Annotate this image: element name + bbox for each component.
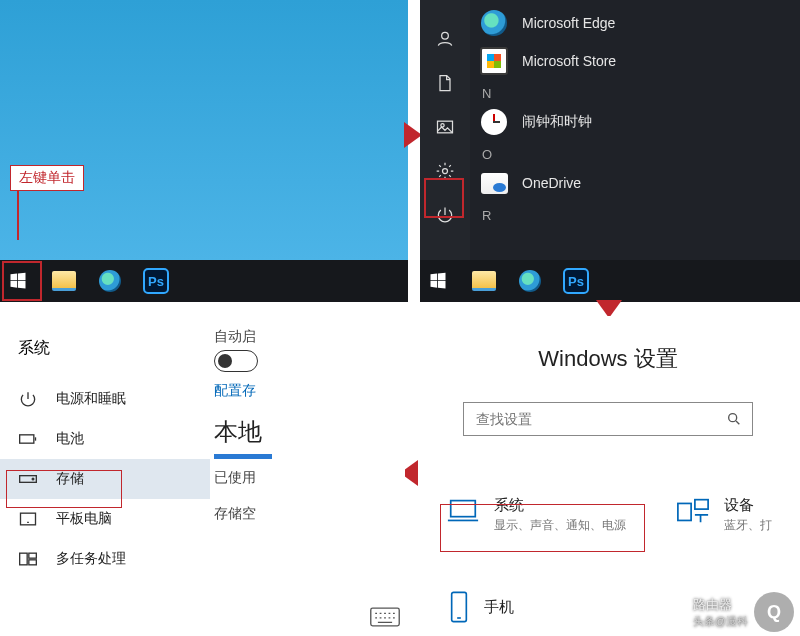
watermark-logo: Q <box>754 592 794 632</box>
watermark-author: 头条@漫科 <box>693 614 748 629</box>
svg-point-4 <box>729 414 737 422</box>
settings-item-sub: 显示、声音、通知、电源 <box>494 517 626 534</box>
sidebar-label: 电源和睡眠 <box>56 390 126 408</box>
svg-rect-7 <box>695 500 708 509</box>
start-button[interactable] <box>424 267 452 295</box>
start-menu: Microsoft Edge Microsoft Store N 闹钟和时钟 O… <box>420 0 800 260</box>
settings-item-phone[interactable]: 手机 <box>448 590 514 624</box>
keyboard-icon[interactable] <box>369 606 401 632</box>
svg-rect-14 <box>29 553 37 558</box>
settings-item-title: 系统 <box>494 496 626 515</box>
app-label: Microsoft Edge <box>522 15 615 31</box>
svg-rect-6 <box>678 503 691 520</box>
taskbar: Ps <box>420 260 800 302</box>
settings-search-input[interactable] <box>474 410 726 428</box>
storage-autostart-toggle[interactable] <box>214 350 258 372</box>
watermark: 路由器 头条@漫科 Q <box>693 592 794 632</box>
app-list-header-n: N <box>470 80 800 103</box>
settings-item-system[interactable]: 系统 显示、声音、通知、电源 <box>446 496 626 534</box>
pictures-icon[interactable] <box>434 116 456 138</box>
start-rail <box>420 0 470 260</box>
power-icon <box>18 390 38 408</box>
user-icon[interactable] <box>434 28 456 50</box>
desktop-background: 左键单击 <box>0 0 408 260</box>
sidebar-label: 电池 <box>56 430 84 448</box>
sidebar-item-power[interactable]: 电源和睡眠 <box>0 379 210 419</box>
svg-point-3 <box>443 169 448 174</box>
multitask-icon <box>18 550 38 568</box>
app-alarm-clock[interactable]: 闹钟和时钟 <box>470 103 800 141</box>
sidebar-item-multitask[interactable]: 多任务处理 <box>0 539 210 579</box>
app-edge[interactable]: Microsoft Edge <box>470 4 800 42</box>
watermark-brand: 路由器 <box>693 597 732 612</box>
photoshop-icon[interactable]: Ps <box>562 267 590 295</box>
storage-space-label: 存储空 <box>214 505 401 523</box>
documents-icon[interactable] <box>434 72 456 94</box>
app-label: 闹钟和时钟 <box>522 113 592 131</box>
sidebar-label: 平板电脑 <box>56 510 112 528</box>
sidebar-label: 多任务处理 <box>56 550 126 568</box>
settings-search[interactable] <box>463 402 753 436</box>
highlight-settings-icon <box>424 178 464 218</box>
svg-rect-9 <box>20 435 34 443</box>
phone-icon <box>448 590 470 624</box>
app-list-header-r: R <box>470 202 800 225</box>
settings-title: Windows 设置 <box>418 344 798 374</box>
devices-icon <box>676 496 710 526</box>
start-app-list: Microsoft Edge Microsoft Store N 闹钟和时钟 O… <box>470 0 800 260</box>
svg-rect-13 <box>20 553 28 565</box>
storage-config-link[interactable]: 配置存 <box>214 382 401 400</box>
settings-item-title: 设备 <box>724 496 772 515</box>
battery-icon <box>18 430 38 448</box>
app-store[interactable]: Microsoft Store <box>470 42 800 80</box>
laptop-icon <box>446 496 480 526</box>
settings-item-sub: 蓝牙、打 <box>724 517 772 534</box>
tablet-icon <box>18 510 38 528</box>
app-label: OneDrive <box>522 175 581 191</box>
sidebar-item-battery[interactable]: 电池 <box>0 419 210 459</box>
svg-point-0 <box>442 32 449 39</box>
storage-icon <box>18 470 38 488</box>
settings-sidebar: 系统 电源和睡眠 电池 存储 平板电脑 多任务处理 <box>0 316 210 636</box>
sidebar-label: 存储 <box>56 470 84 488</box>
panel-windows-settings: Windows 设置 系统 显示、声音、通知、电源 设备 蓝牙、打 手机 <box>418 316 798 636</box>
app-label: Microsoft Store <box>522 53 616 69</box>
storage-usage-bar <box>214 454 272 459</box>
panel-desktop: 左键单击 Ps <box>0 0 408 302</box>
annotation-left-click: 左键单击 <box>10 165 84 191</box>
app-list-header-o: O <box>470 141 800 164</box>
panel-storage-settings: 系统 电源和睡眠 电池 存储 平板电脑 多任务处理 自动启 配置存 本地 已使用… <box>0 316 405 636</box>
sidebar-item-storage[interactable]: 存储 <box>0 459 210 499</box>
svg-point-11 <box>32 478 34 480</box>
storage-used-label: 已使用 <box>214 469 401 487</box>
svg-rect-12 <box>21 513 36 525</box>
search-icon <box>726 411 742 427</box>
start-button[interactable] <box>4 267 32 295</box>
photoshop-icon[interactable]: Ps <box>142 267 170 295</box>
storage-local-heading: 本地 <box>214 416 401 448</box>
edge-icon[interactable] <box>96 267 124 295</box>
settings-item-title: 手机 <box>484 598 514 617</box>
svg-rect-5 <box>451 501 476 517</box>
panel-start-menu: Microsoft Edge Microsoft Store N 闹钟和时钟 O… <box>420 0 800 302</box>
storage-autostart-label: 自动启 <box>214 328 401 346</box>
taskbar: Ps <box>0 260 408 302</box>
settings-item-devices[interactable]: 设备 蓝牙、打 <box>676 496 772 534</box>
edge-icon[interactable] <box>516 267 544 295</box>
file-explorer-icon[interactable] <box>470 267 498 295</box>
svg-rect-15 <box>29 560 37 565</box>
sidebar-item-tablet[interactable]: 平板电脑 <box>0 499 210 539</box>
file-explorer-icon[interactable] <box>50 267 78 295</box>
svg-rect-16 <box>371 608 399 626</box>
sidebar-header: 系统 <box>18 338 210 359</box>
app-onedrive[interactable]: OneDrive <box>470 164 800 202</box>
settings-categories: 系统 显示、声音、通知、电源 设备 蓝牙、打 <box>418 496 798 534</box>
storage-pane: 自动启 配置存 本地 已使用 存储空 <box>210 316 405 636</box>
